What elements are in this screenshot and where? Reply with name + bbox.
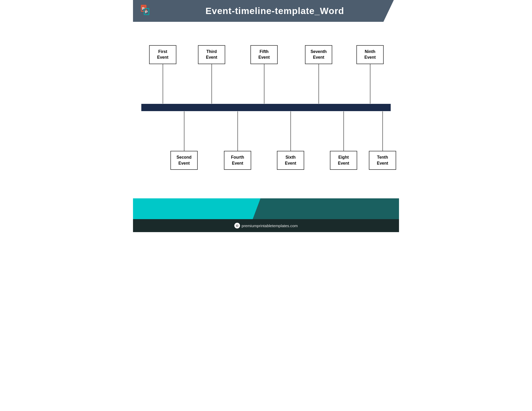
event-node-seventh: SeventhEvent (305, 45, 332, 104)
page-title: Event-timeline-template_Word (158, 6, 391, 16)
connector-second (184, 111, 184, 151)
timeline: FirstEvent ThirdEvent FifthEvent Seventh… (141, 32, 391, 183)
event-box-fifth: FifthEvent (250, 45, 278, 64)
event-node-sixth: SixthEvent (277, 111, 304, 170)
connector-tenth (382, 111, 383, 151)
event-node-first: FirstEvent (149, 45, 176, 104)
connector-fifth (264, 64, 264, 104)
connector-seventh (318, 64, 319, 104)
connector-fourth (237, 111, 238, 151)
connector-eight (343, 111, 344, 151)
event-node-tenth: TenthEvent (369, 111, 396, 170)
event-box-third: ThirdEvent (198, 45, 225, 64)
copyright-symbol: © (234, 223, 240, 228)
main-content: FirstEvent ThirdEvent FifthEvent Seventh… (133, 22, 399, 198)
event-box-first: FirstEvent (149, 45, 176, 64)
event-box-seventh: SeventhEvent (305, 45, 332, 64)
connector-first (163, 64, 163, 104)
event-node-second: SecondEvent (170, 111, 198, 170)
footer-bottom: © premiumprintabletemplates.com (133, 219, 399, 232)
footer-website: premiumprintabletemplates.com (242, 224, 298, 228)
event-box-eight: EightEvent (330, 151, 357, 170)
footer-accent (133, 198, 399, 219)
event-node-fourth: FourthEvent (224, 111, 251, 170)
connector-ninth (370, 64, 370, 104)
event-box-sixth: SixthEvent (277, 151, 304, 170)
connector-third (211, 64, 212, 104)
svg-text:P: P (142, 6, 145, 11)
timeline-bar (141, 104, 391, 111)
event-box-ninth: NinthEvent (356, 45, 384, 64)
event-node-ninth: NinthEvent (356, 45, 384, 104)
event-node-third: ThirdEvent (198, 45, 225, 104)
footer-copyright: © premiumprintabletemplates.com (234, 223, 298, 228)
page-header: P P Event-timeline-template_Word (133, 0, 399, 22)
logo: P P (141, 5, 153, 17)
event-node-eight: EightEvent (330, 111, 357, 170)
event-box-fourth: FourthEvent (224, 151, 251, 170)
event-box-tenth: TenthEvent (369, 151, 396, 170)
event-node-fifth: FifthEvent (250, 45, 278, 104)
connector-sixth (290, 111, 291, 151)
svg-text:P: P (145, 10, 148, 14)
event-box-second: SecondEvent (170, 151, 198, 170)
